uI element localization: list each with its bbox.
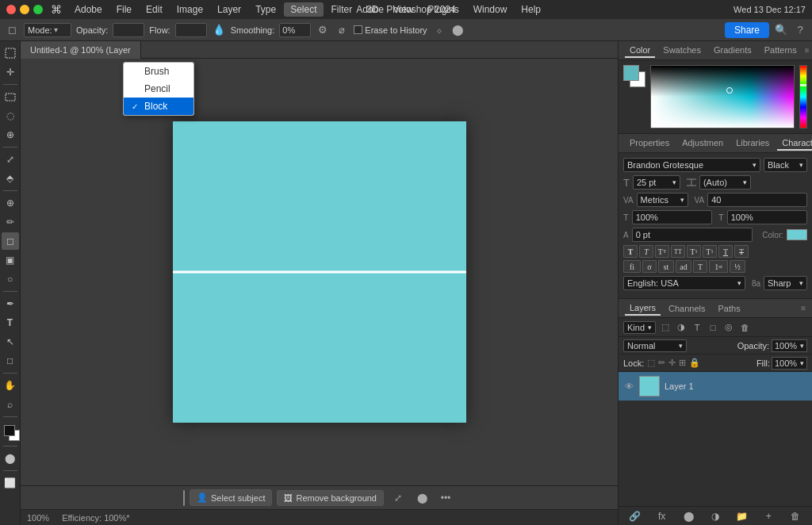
menu-file[interactable]: File <box>110 2 138 17</box>
style-sub[interactable]: T1 <box>703 245 717 258</box>
remove-background-button[interactable]: 🖼 Remove background <box>277 490 384 506</box>
menu-image[interactable]: Image <box>170 2 209 17</box>
style-caps[interactable]: TT <box>655 245 669 258</box>
add-adjustment-icon[interactable]: ◑ <box>708 509 722 523</box>
canvas-viewport[interactable] <box>21 59 618 485</box>
canvas-tab[interactable]: Untitled-1 @ 100% (Layer <box>21 41 141 59</box>
menu-layer[interactable]: Layer <box>211 2 247 17</box>
dropdown-item-pencil[interactable]: Pencil <box>124 80 193 98</box>
tool-gradient[interactable]: ▣ <box>2 251 19 269</box>
font-family-dropdown[interactable]: Brandon Grotesque ▾ <box>623 158 760 172</box>
ot-ad[interactable]: ad <box>676 260 691 273</box>
hue-slider[interactable] <box>799 65 807 128</box>
ot-ligatures[interactable]: fi <box>623 260 641 273</box>
tab-gradients[interactable]: Gradients <box>709 44 756 58</box>
ot-fraction[interactable]: ½ <box>730 260 745 273</box>
tab-character[interactable]: Character <box>777 136 812 151</box>
filter-kind-dropdown[interactable]: Kind ▾ <box>623 321 656 334</box>
tool-hand[interactable]: ✋ <box>2 377 19 394</box>
style-strikethrough[interactable]: T <box>734 245 749 258</box>
menu-select[interactable]: Select <box>284 2 323 17</box>
tool-eraser[interactable]: ◻ <box>2 232 19 250</box>
style-underline[interactable]: T <box>718 245 733 258</box>
tool-rect-select[interactable] <box>2 88 19 105</box>
flow-input[interactable] <box>175 23 207 37</box>
maximize-button[interactable] <box>33 5 43 14</box>
filter-shape-icon[interactable]: □ <box>707 321 719 334</box>
tab-libraries[interactable]: Libraries <box>731 136 774 151</box>
foreground-swatch[interactable] <box>623 65 639 81</box>
opacity-field[interactable]: 100% ▾ <box>772 339 807 352</box>
add-mask-icon[interactable]: ⬤ <box>681 509 695 523</box>
foreground-color[interactable] <box>4 425 15 436</box>
extra-icon2[interactable]: ⬤ <box>451 23 465 37</box>
airbrush-icon[interactable]: 💧 <box>212 23 226 37</box>
opacity-input[interactable] <box>113 23 144 37</box>
link-layers-icon[interactable]: 🔗 <box>628 509 642 523</box>
filter-pixel-icon[interactable]: ⬚ <box>659 321 672 334</box>
apple-menu[interactable]: ⌘ <box>51 4 62 15</box>
tool-path-select[interactable]: ↖ <box>2 333 19 351</box>
ot-t[interactable]: T <box>693 260 707 273</box>
angle-icon[interactable]: ⌀ <box>335 23 349 37</box>
fill-field[interactable]: 100% ▾ <box>772 357 807 370</box>
scale-h-field[interactable]: 100% <box>632 210 712 224</box>
lock-pixels-icon[interactable]: ✏ <box>658 358 665 368</box>
menu-adobe[interactable]: Adobe <box>68 2 109 17</box>
lock-transparent-icon[interactable]: ⬚ <box>647 358 655 368</box>
more-actions-icon[interactable]: ••• <box>436 489 455 508</box>
menu-edit[interactable]: Edit <box>140 2 169 17</box>
layers-panel-collapse[interactable]: ≡ <box>801 304 806 312</box>
photoshop-canvas[interactable] <box>173 121 466 423</box>
font-style-dropdown[interactable]: Black ▾ <box>764 158 807 172</box>
tab-channels[interactable]: Channels <box>664 302 710 315</box>
filter-type-icon[interactable]: T <box>691 321 703 334</box>
tab-color[interactable]: Color <box>625 44 655 58</box>
filter-adjust-icon[interactable]: ◑ <box>675 321 688 334</box>
font-size-dropdown[interactable]: 25 pt ▾ <box>633 175 680 190</box>
ot-st[interactable]: st <box>658 260 674 273</box>
dropdown-item-block[interactable]: ✓ Block <box>124 98 193 115</box>
extra-icon1[interactable]: ⬦ <box>432 23 446 37</box>
menu-help[interactable]: Help <box>515 2 547 17</box>
tool-type[interactable]: T <box>2 314 19 331</box>
smoothing-input[interactable] <box>279 23 311 37</box>
leading-dropdown[interactable]: (Auto) ▾ <box>699 175 751 190</box>
dropdown-item-brush[interactable]: Brush <box>124 63 193 80</box>
erase-history-checkbox[interactable] <box>354 25 362 34</box>
menu-window[interactable]: Window <box>467 2 514 17</box>
add-style-icon[interactable]: fx <box>655 509 669 523</box>
color-spectrum[interactable] <box>650 65 795 128</box>
tab-layers[interactable]: Layers <box>625 301 661 316</box>
delete-layer-icon[interactable]: 🗑 <box>788 509 802 523</box>
text-color-swatch[interactable] <box>787 229 807 240</box>
add-layer-icon[interactable]: + <box>761 509 776 523</box>
mode-dropdown-btn[interactable]: Mode: ▾ <box>24 23 71 37</box>
mask-action-icon[interactable]: ⬤ <box>412 489 431 508</box>
style-small-caps[interactable]: TT <box>671 245 685 258</box>
close-button[interactable] <box>6 5 16 14</box>
menu-type[interactable]: Type <box>249 2 282 17</box>
select-subject-button[interactable]: 👤 Select subject <box>190 489 272 506</box>
filter-delete-icon[interactable]: 🗑 <box>738 321 751 334</box>
tool-dodge[interactable]: ○ <box>2 270 19 288</box>
tab-adjustments[interactable]: Adjustmen <box>677 136 728 151</box>
tool-pen[interactable]: ✒ <box>2 295 19 312</box>
layer-item[interactable]: 👁 Layer 1 <box>619 372 812 400</box>
scale-v-field[interactable]: 100% <box>727 210 807 224</box>
filter-smart-icon[interactable]: ◎ <box>722 321 735 334</box>
tool-healing[interactable]: ⊕ <box>2 194 19 212</box>
baseline-field[interactable]: 0 pt <box>632 228 753 242</box>
tool-eyedropper[interactable]: ⬘ <box>2 170 19 187</box>
add-group-icon[interactable]: 📁 <box>735 509 749 523</box>
tool-shape[interactable]: □ <box>2 352 19 370</box>
layer-visibility-icon[interactable]: 👁 <box>623 381 634 392</box>
ot-ordinal[interactable]: 1st <box>709 260 728 273</box>
ot-diacritics[interactable]: σ <box>642 260 657 273</box>
color-swatches[interactable] <box>1 422 20 441</box>
settings-icon[interactable]: ⚙ <box>316 23 330 37</box>
anti-alias-dropdown[interactable]: Sharp ▾ <box>764 276 807 290</box>
tool-move[interactable]: ✛ <box>2 63 19 81</box>
tab-patterns[interactable]: Patterns <box>760 44 802 58</box>
search-icon[interactable]: 🔍 <box>774 23 788 37</box>
